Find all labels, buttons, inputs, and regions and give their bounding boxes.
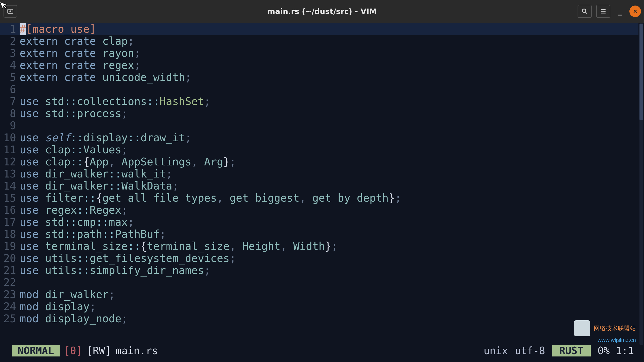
line-number: 19 bbox=[0, 240, 20, 252]
line-number: 13 bbox=[0, 168, 20, 180]
code-content[interactable]: mod display; bbox=[20, 301, 638, 313]
new-tab-icon bbox=[7, 8, 14, 15]
line-number: 20 bbox=[0, 252, 20, 264]
code-content[interactable]: use clap::{App, AppSettings, Arg}; bbox=[20, 156, 638, 168]
code-content[interactable]: use dir_walker::walk_it; bbox=[20, 168, 638, 180]
close-icon bbox=[632, 9, 638, 14]
watermark-text-2: www.wljslmz.cn bbox=[574, 337, 636, 343]
code-content[interactable]: use std::cmp::max; bbox=[20, 216, 638, 228]
code-line[interactable]: 12use clap::{App, AppSettings, Arg}; bbox=[0, 156, 638, 168]
line-number: 3 bbox=[0, 47, 20, 59]
code-line[interactable]: 5extern crate unicode_width; bbox=[0, 71, 638, 83]
code-line[interactable]: 1#[macro_use] bbox=[0, 23, 638, 35]
line-number: 21 bbox=[0, 264, 20, 277]
code-content[interactable]: #[macro_use] bbox=[20, 23, 638, 35]
code-content[interactable]: use std::collections::HashSet; bbox=[20, 96, 638, 108]
hamburger-icon bbox=[600, 8, 607, 15]
buffer-number: [0] bbox=[64, 345, 82, 356]
code-line[interactable]: 11use clap::Values; bbox=[0, 144, 638, 156]
code-line[interactable]: 2extern crate clap; bbox=[0, 35, 638, 47]
code-line[interactable]: 9 bbox=[0, 120, 638, 132]
code-content[interactable]: use utils::get_filesystem_devices; bbox=[20, 252, 638, 264]
cursor-position: 0% 1:1 bbox=[598, 345, 634, 356]
scrollbar-thumb[interactable] bbox=[639, 24, 643, 120]
code-content[interactable]: extern crate unicode_width; bbox=[20, 71, 638, 83]
line-number: 18 bbox=[0, 228, 20, 240]
code-line[interactable]: 14use dir_walker::WalkData; bbox=[0, 180, 638, 192]
line-number: 23 bbox=[0, 289, 20, 301]
code-content[interactable]: use clap::Values; bbox=[20, 144, 638, 156]
code-line[interactable]: 15use filter::{get_all_file_types, get_b… bbox=[0, 192, 638, 204]
code-content[interactable] bbox=[20, 120, 638, 132]
code-line[interactable]: 22 bbox=[0, 277, 638, 289]
minimize-icon bbox=[617, 10, 623, 16]
titlebar: main.rs (~/dust/src) - VIM bbox=[0, 0, 644, 23]
line-number: 16 bbox=[0, 204, 20, 216]
code-content[interactable] bbox=[20, 277, 638, 289]
editor[interactable]: 1#[macro_use]2extern crate clap;3extern … bbox=[0, 23, 644, 362]
code-content[interactable]: use std::process; bbox=[20, 108, 638, 120]
line-number: 17 bbox=[0, 216, 20, 228]
filetype: RUST bbox=[552, 345, 590, 356]
code-line[interactable]: 8use std::process; bbox=[0, 108, 638, 120]
app-window: main.rs (~/dust/src) - VIM 1#[macro_use]… bbox=[0, 0, 644, 362]
code-line[interactable]: 3extern crate rayon; bbox=[0, 47, 638, 59]
window-controls bbox=[578, 5, 641, 18]
code-content[interactable]: use terminal_size::{terminal_size, Heigh… bbox=[20, 240, 638, 252]
scrollbar[interactable] bbox=[639, 23, 643, 345]
code-line[interactable]: 7use std::collections::HashSet; bbox=[0, 96, 638, 108]
code-content[interactable]: use filter::{get_all_file_types, get_big… bbox=[20, 192, 638, 204]
code-line[interactable]: 10use self::display::draw_it; bbox=[0, 132, 638, 144]
code-line[interactable]: 23mod dir_walker; bbox=[0, 289, 638, 301]
mode-indicator: NORMAL bbox=[12, 345, 60, 356]
code-content[interactable]: use self::display::draw_it; bbox=[20, 132, 638, 144]
code-content[interactable]: use std::path::PathBuf; bbox=[20, 228, 638, 240]
code-line[interactable]: 25mod display_node; bbox=[0, 313, 638, 325]
code-content[interactable]: mod display_node; bbox=[20, 313, 638, 325]
code-content[interactable]: extern crate rayon; bbox=[20, 47, 638, 59]
search-button[interactable] bbox=[578, 5, 592, 18]
line-number: 14 bbox=[0, 180, 20, 192]
line-number: 4 bbox=[0, 59, 20, 71]
line-number: 25 bbox=[0, 313, 20, 325]
line-number: 22 bbox=[0, 277, 20, 289]
svg-point-1 bbox=[582, 9, 586, 13]
line-number: 5 bbox=[0, 71, 20, 83]
filename: main.rs bbox=[115, 345, 158, 356]
code-area[interactable]: 1#[macro_use]2extern crate clap;3extern … bbox=[0, 23, 638, 345]
code-line[interactable]: 20use utils::get_filesystem_devices; bbox=[0, 252, 638, 264]
code-content[interactable]: use regex::Regex; bbox=[20, 204, 638, 216]
code-line[interactable]: 6 bbox=[0, 83, 638, 96]
code-line[interactable]: 16use regex::Regex; bbox=[0, 204, 638, 216]
code-content[interactable] bbox=[20, 83, 638, 96]
code-line[interactable]: 21use utils::simplify_dir_names; bbox=[0, 264, 638, 277]
search-icon bbox=[581, 8, 588, 15]
code-content[interactable]: use utils::simplify_dir_names; bbox=[20, 264, 638, 277]
window-title: main.rs (~/dust/src) - VIM bbox=[267, 7, 377, 16]
new-tab-button[interactable] bbox=[4, 5, 17, 18]
line-number: 7 bbox=[0, 96, 20, 108]
code-content[interactable]: extern crate clap; bbox=[20, 35, 638, 47]
code-content[interactable]: extern crate regex; bbox=[20, 59, 638, 71]
code-line[interactable]: 24mod display; bbox=[0, 301, 638, 313]
code-content[interactable]: mod dir_walker; bbox=[20, 289, 638, 301]
code-line[interactable]: 13use dir_walker::walk_it; bbox=[0, 168, 638, 180]
code-line[interactable]: 19use terminal_size::{terminal_size, Hei… bbox=[0, 240, 638, 252]
line-number: 2 bbox=[0, 35, 20, 47]
menu-button[interactable] bbox=[596, 5, 610, 18]
watermark-logo bbox=[574, 320, 590, 336]
code-line[interactable]: 18use std::path::PathBuf; bbox=[0, 228, 638, 240]
line-number: 10 bbox=[0, 132, 20, 144]
line-number: 11 bbox=[0, 144, 20, 156]
code-line[interactable]: 17use std::cmp::max; bbox=[0, 216, 638, 228]
watermark-text-1: 网络技术联盟站 bbox=[594, 324, 636, 332]
statusline: NORMAL [0] [RW] main.rs unix utf-8 RUST … bbox=[0, 345, 644, 356]
minimize-button[interactable] bbox=[615, 6, 625, 16]
line-number: 8 bbox=[0, 108, 20, 120]
line-number: 15 bbox=[0, 192, 20, 204]
code-content[interactable]: use dir_walker::WalkData; bbox=[20, 180, 638, 192]
close-button[interactable] bbox=[629, 6, 641, 17]
code-line[interactable]: 4extern crate regex; bbox=[0, 59, 638, 71]
line-number: 12 bbox=[0, 156, 20, 168]
line-number: 6 bbox=[0, 83, 20, 96]
